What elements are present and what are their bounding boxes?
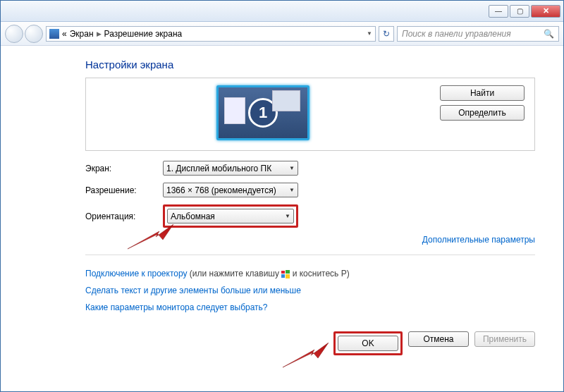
projector-link[interactable]: Подключение к проектору: [85, 269, 188, 278]
chevron-down-icon[interactable]: ▼: [367, 30, 372, 37]
preview-window-icon: [272, 90, 300, 111]
close-button[interactable]: ✕: [531, 5, 560, 18]
nav-forward-button[interactable]: [25, 25, 43, 43]
find-button[interactable]: Найти: [440, 85, 525, 101]
apply-button[interactable]: Применить: [474, 331, 535, 347]
detect-button[interactable]: Определить: [440, 105, 525, 121]
windows-key-icon: [281, 270, 290, 278]
highlight-box: OK: [333, 331, 403, 355]
breadcrumb-prefix: «: [62, 29, 67, 39]
nav-back-button[interactable]: [5, 25, 23, 43]
chevron-down-icon: ▼: [289, 165, 295, 171]
which-monitor-link[interactable]: Какие параметры монитора следует выбрать…: [85, 302, 268, 312]
maximize-button[interactable]: ▢: [510, 5, 529, 18]
monitor-icon: [49, 29, 59, 39]
monitor-1-preview[interactable]: 1: [216, 85, 309, 140]
search-placeholder: Поиск в панели управления: [402, 29, 511, 39]
projector-hint2: и коснитесь P): [290, 269, 349, 278]
highlight-box: Альбомная ▼: [163, 204, 298, 228]
chevron-down-icon: ▼: [289, 187, 295, 193]
chevron-right-icon: ▶: [97, 30, 102, 37]
arrow-annotation-icon: [279, 343, 329, 371]
preview-window-icon: [224, 97, 245, 124]
chevron-down-icon: ▼: [285, 213, 290, 219]
resolution-select[interactable]: 1366 × 768 (рекомендуется) ▼: [163, 183, 298, 197]
resolution-select-value: 1366 × 768 (рекомендуется): [166, 185, 276, 195]
cancel-button[interactable]: Отмена: [408, 331, 469, 347]
orientation-select-value: Альбомная: [171, 212, 215, 221]
search-input[interactable]: Поиск в панели управления 🔍: [397, 26, 559, 42]
breadcrumb-item[interactable]: Экран: [70, 29, 94, 39]
search-icon: 🔍: [544, 29, 554, 39]
ok-button[interactable]: OK: [338, 336, 398, 351]
text-size-link[interactable]: Сделать текст и другие элементы больше и…: [85, 286, 301, 295]
svg-rect-2: [281, 274, 285, 278]
address-bar[interactable]: « Экран ▶ Разрешение экрана ▼: [46, 26, 376, 42]
orientation-select[interactable]: Альбомная ▼: [167, 209, 294, 223]
screen-select-value: 1. Дисплей мобильного ПК: [166, 164, 271, 173]
orientation-label: Ориентация:: [85, 212, 163, 221]
screen-label: Экран:: [85, 164, 163, 173]
refresh-button[interactable]: ↻: [379, 26, 394, 42]
display-preview-panel: 1 Найти Определить: [85, 78, 535, 151]
advanced-params-link[interactable]: Дополнительные параметры: [85, 235, 535, 245]
resolution-label: Разрешение:: [85, 185, 163, 195]
screen-select[interactable]: 1. Дисплей мобильного ПК ▼: [163, 161, 298, 176]
page-title: Настройки экрана: [85, 59, 535, 71]
svg-rect-0: [281, 271, 285, 274]
breadcrumb-item[interactable]: Разрешение экрана: [104, 29, 183, 39]
projector-hint: (или нажмите клавишу: [188, 269, 282, 278]
minimize-button[interactable]: —: [489, 5, 508, 18]
